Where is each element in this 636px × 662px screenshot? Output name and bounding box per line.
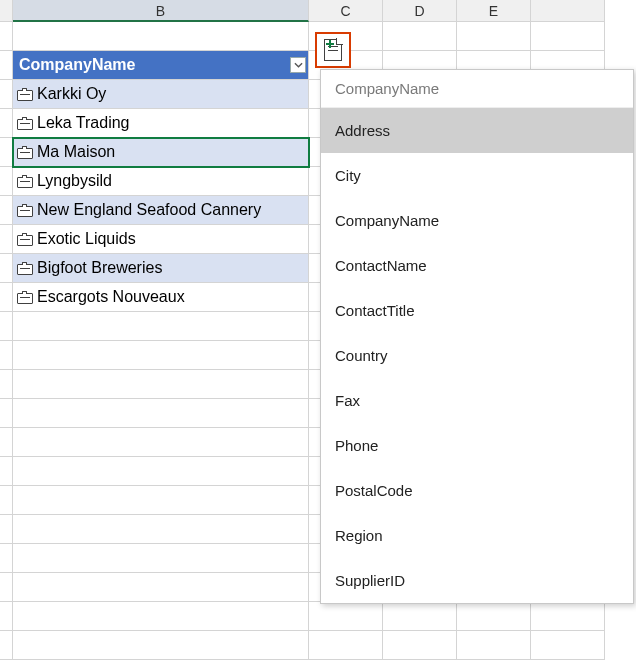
cell[interactable] (13, 399, 309, 428)
field-menu-item[interactable]: SupplierID (321, 558, 633, 603)
field-menu-item[interactable]: Fax (321, 378, 633, 423)
field-menu-item[interactable]: PostalCode (321, 468, 633, 513)
cell[interactable] (13, 515, 309, 544)
cell[interactable] (457, 631, 531, 660)
company-name-label: Exotic Liquids (37, 225, 136, 253)
field-menu-item[interactable]: Address (321, 108, 633, 153)
table-row[interactable]: Leka Trading (13, 109, 309, 138)
field-menu-item[interactable]: Country (321, 333, 633, 378)
cell[interactable] (13, 22, 309, 51)
company-name-label: Bigfoot Breweries (37, 254, 162, 282)
cell[interactable] (309, 631, 383, 660)
cell[interactable] (531, 602, 605, 631)
field-menu-item[interactable]: ContactTitle (321, 288, 633, 333)
company-name-label: Karkki Oy (37, 80, 106, 108)
cell[interactable] (457, 602, 531, 631)
table-row[interactable]: Lyngbysild (13, 167, 309, 196)
table-row[interactable]: New England Seafood Cannery (13, 196, 309, 225)
col-header-F[interactable] (531, 0, 605, 22)
cell[interactable] (13, 341, 309, 370)
col-header-C[interactable]: C (309, 0, 383, 22)
row-gutter (0, 22, 13, 660)
insert-data-icon (324, 39, 342, 61)
table-row[interactable]: Karkki Oy (13, 80, 309, 109)
cell[interactable] (13, 544, 309, 573)
company-name-label: Lyngbysild (37, 167, 112, 195)
company-name-label: Leka Trading (37, 109, 130, 137)
data-type-icon (17, 233, 33, 246)
col-gutter (0, 0, 13, 22)
field-menu-item[interactable]: Phone (321, 423, 633, 468)
cell[interactable] (383, 22, 457, 51)
data-type-icon (17, 204, 33, 217)
cell[interactable] (13, 486, 309, 515)
cell[interactable] (13, 631, 309, 660)
col-header-E[interactable]: E (457, 0, 531, 22)
insert-data-button[interactable] (315, 32, 351, 68)
cell[interactable] (13, 602, 309, 631)
cell[interactable] (531, 631, 605, 660)
cell[interactable] (309, 602, 383, 631)
cell[interactable] (13, 428, 309, 457)
filter-dropdown-button[interactable] (290, 57, 306, 73)
company-name-label: Escargots Nouveaux (37, 283, 185, 311)
field-menu-item[interactable]: CompanyName (321, 198, 633, 243)
data-type-icon (17, 146, 33, 159)
data-type-icon (17, 117, 33, 130)
cell[interactable] (13, 312, 309, 341)
column-headers: B C D E (0, 0, 636, 22)
cell[interactable] (383, 602, 457, 631)
company-name-label: Ma Maison (37, 138, 115, 166)
data-type-icon (17, 175, 33, 188)
table-row[interactable]: Bigfoot Breweries (13, 254, 309, 283)
cell[interactable] (531, 22, 605, 51)
data-type-icon (17, 291, 33, 304)
table-row[interactable]: Exotic Liquids (13, 225, 309, 254)
chevron-down-icon (294, 62, 303, 68)
field-menu-header: CompanyName (321, 70, 633, 108)
field-menu-item[interactable]: City (321, 153, 633, 198)
data-type-icon (17, 262, 33, 275)
cell[interactable] (13, 573, 309, 602)
data-type-icon (17, 88, 33, 101)
company-name-label: New England Seafood Cannery (37, 196, 261, 224)
col-header-D[interactable]: D (383, 0, 457, 22)
cell[interactable] (457, 22, 531, 51)
table-header-companyname[interactable]: CompanyName (13, 51, 309, 80)
field-menu-item[interactable]: ContactName (321, 243, 633, 288)
cell[interactable] (13, 370, 309, 399)
table-row[interactable]: Escargots Nouveaux (13, 283, 309, 312)
cell[interactable] (13, 457, 309, 486)
cell[interactable] (383, 631, 457, 660)
field-menu-item[interactable]: Region (321, 513, 633, 558)
table-row[interactable]: Ma Maison (13, 138, 309, 167)
field-picker-menu: CompanyName AddressCityCompanyNameContac… (320, 69, 634, 604)
col-header-B[interactable]: B (13, 0, 309, 22)
